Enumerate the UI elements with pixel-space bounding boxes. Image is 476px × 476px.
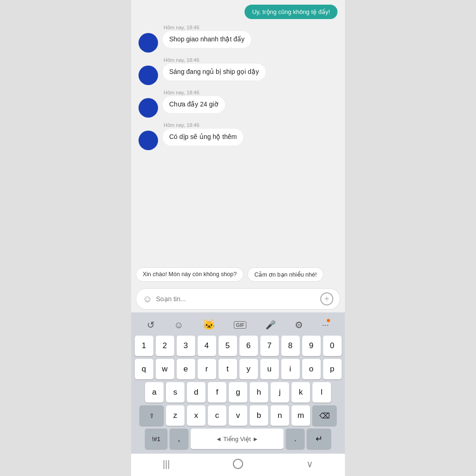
kb-more-icon[interactable]: ··· [322,320,329,330]
kb-key-y[interactable]: y [239,359,258,379]
kb-enter-key[interactable]: ↵ [307,429,331,449]
avatar-3 [139,98,158,118]
kb-key-f[interactable]: f [208,382,226,403]
avatar-1 [139,33,158,53]
msg-bubble-4: Có dịp sẽ ủng hộ thêm [163,129,243,145]
kb-key-7[interactable]: 7 [260,336,279,356]
kb-number-row: 1 2 3 4 5 6 7 8 9 0 [133,336,343,356]
plus-button[interactable]: + [320,292,333,305]
message-input-bar: ☺ + [136,288,340,310]
kb-key-4[interactable]: 4 [198,336,216,356]
kb-shift-key[interactable]: ⇧ [139,405,164,426]
avatar-2 [139,66,158,85]
kb-key-g[interactable]: g [229,382,247,403]
sent-bubble-top: Uy, trộng cũng không tệ đấy! [245,5,337,19]
kb-notification-dot [327,319,330,322]
emoji-button[interactable]: ☺ [143,294,152,304]
kb-key-w[interactable]: w [156,359,174,379]
msg-content-1: Hôm nay, 18:46 Shop giao nhanh thật đấy [163,25,251,48]
kb-key-1[interactable]: 1 [135,336,153,356]
kb-key-0[interactable]: 0 [323,336,342,356]
kb-key-z[interactable]: z [166,405,185,426]
kb-key-r[interactable]: r [198,359,216,379]
quick-replies: Xin chào! Món này còn không shop? Cảm ơn… [131,264,345,285]
kb-sticker-icon[interactable]: 🐱 [203,319,215,331]
kb-key-i[interactable]: i [281,359,300,379]
kb-key-m[interactable]: m [291,405,310,426]
msg-time-3: Hôm nay, 18:46 [164,90,225,95]
avatar-4 [139,131,158,150]
kb-key-o[interactable]: o [302,359,321,379]
message-row-2: Hôm nay, 18:46 Sáng đang ngủ bị ship gọi… [139,57,337,85]
kb-comma-key[interactable]: , [170,429,188,449]
kb-mic-icon[interactable]: 🎤 [265,320,276,330]
kb-qwerty-row: q w e r t y u i o p [133,359,343,379]
message-row-3: Hôm nay, 18:46 Chưa đầy 24 giờ [139,90,337,118]
chat-area: Uy, trộng cũng không tệ đấy! Hôm nay, 18… [131,0,345,264]
kb-sym-key[interactable]: !#1 [145,429,167,449]
msg-content-3: Hôm nay, 18:46 Chưa đầy 24 giờ [163,90,225,113]
msg-time-1: Hôm nay, 18:46 [164,25,251,30]
quick-chip-1[interactable]: Xin chào! Món này còn không shop? [136,267,244,282]
kb-key-8[interactable]: 8 [281,336,300,356]
kb-gif-button[interactable]: GIF [234,321,246,329]
kb-key-l[interactable]: l [312,382,331,403]
kb-key-b[interactable]: b [250,405,268,426]
msg-bubble-1: Shop giao nhanh thật đấy [163,31,251,48]
message-row-1: Hôm nay, 18:46 Shop giao nhanh thật đấy [139,25,337,53]
kb-key-e[interactable]: e [177,359,195,379]
msg-content-4: Hôm nay, 18:46 Có dịp sẽ ủng hộ thêm [163,122,243,145]
quick-chip-2[interactable]: Cảm ơn bạn nhiều nhé! [247,267,324,282]
kb-key-q[interactable]: q [135,359,153,379]
msg-time-4: Hôm nay, 18:46 [164,122,243,128]
kb-key-x[interactable]: x [187,405,205,426]
kb-space-key[interactable]: ◄ Tiếng Việt ► [191,429,284,449]
nav-recent-icon[interactable]: ∨ [306,458,313,469]
nav-home-icon[interactable] [233,459,243,469]
kb-key-n[interactable]: n [271,405,289,426]
kb-key-j[interactable]: j [271,382,289,403]
keyboard-toolbar: ↺ ☺ 🐱 GIF 🎤 ⚙ ··· [133,316,343,336]
message-row-4: Hôm nay, 18:46 Có dịp sẽ ủng hộ thêm [139,122,337,150]
msg-content-2: Hôm nay, 18:46 Sáng đang ngủ bị ship gọi… [163,57,265,80]
kb-key-c[interactable]: c [208,405,226,426]
nav-back-icon[interactable]: ||| [163,459,170,469]
kb-settings-icon[interactable]: ⚙ [295,319,303,331]
keyboard: ↺ ☺ 🐱 GIF 🎤 ⚙ ··· 1 2 3 4 5 6 7 8 9 0 q [131,312,345,454]
msg-bubble-2: Sáng đang ngủ bị ship gọi dậy [163,64,265,80]
nav-bar: ||| ∨ [131,454,345,476]
kb-key-k[interactable]: k [291,382,310,403]
kb-key-9[interactable]: 9 [302,336,321,356]
kb-key-a[interactable]: a [145,382,164,403]
kb-refresh-icon[interactable]: ↺ [147,319,155,331]
kb-asdf-row: a s d f g h j k l [133,382,343,403]
message-input[interactable] [156,295,317,303]
kb-key-h[interactable]: h [250,382,268,403]
msg-time-2: Hôm nay, 18:46 [164,57,265,63]
kb-emoji-icon[interactable]: ☺ [174,320,183,331]
kb-zxcv-row: ⇧ z x c v b n m ⌫ [133,405,343,426]
kb-key-6[interactable]: 6 [239,336,258,356]
kb-period-key[interactable]: . [286,429,304,449]
kb-key-s[interactable]: s [166,382,185,403]
kb-key-v[interactable]: v [229,405,247,426]
kb-key-p[interactable]: p [323,359,342,379]
kb-backspace-key[interactable]: ⌫ [312,405,337,426]
kb-bottom-row: !#1 , ◄ Tiếng Việt ► . ↵ [133,429,343,449]
msg-bubble-3: Chưa đầy 24 giờ [163,96,225,113]
kb-key-2[interactable]: 2 [156,336,174,356]
kb-key-t[interactable]: t [218,359,237,379]
phone-frame: Uy, trộng cũng không tệ đấy! Hôm nay, 18… [131,0,345,476]
sent-message-top: Uy, trộng cũng không tệ đấy! [139,5,337,19]
kb-key-d[interactable]: d [187,382,205,403]
kb-key-u[interactable]: u [260,359,279,379]
kb-key-5[interactable]: 5 [218,336,237,356]
kb-key-3[interactable]: 3 [177,336,195,356]
